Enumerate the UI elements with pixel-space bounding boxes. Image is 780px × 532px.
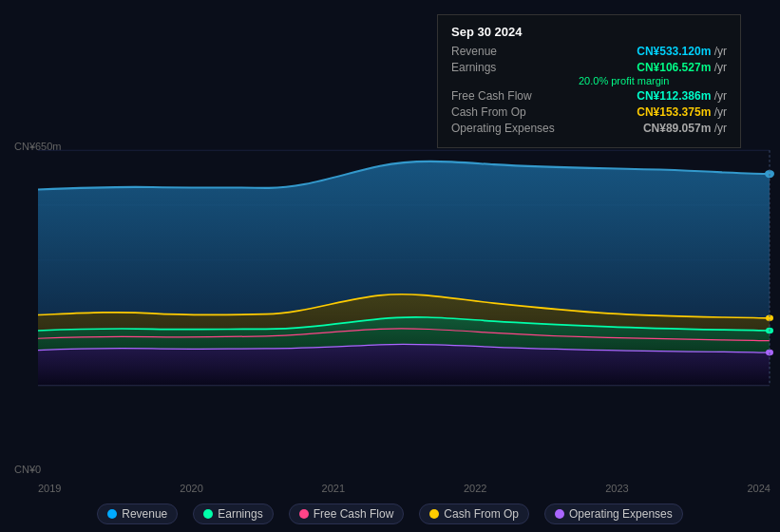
x-label-2020: 2020 bbox=[180, 483, 202, 494]
tooltip-fcf-value: CN¥112.386m /yr bbox=[637, 89, 727, 103]
tooltip-revenue-value: CN¥533.120m /yr bbox=[637, 45, 727, 58]
tooltip-cashop-label: Cash From Op bbox=[451, 105, 575, 119]
tooltip-fcf-label: Free Cash Flow bbox=[451, 89, 575, 103]
x-label-2024: 2024 bbox=[747, 483, 770, 494]
chart-container: Sep 30 2024 Revenue CN¥533.120m /yr Earn… bbox=[0, 0, 780, 532]
x-axis: 2019 2020 2021 2022 2023 2024 bbox=[38, 483, 770, 494]
cashop-dot bbox=[429, 509, 439, 519]
tooltip-cashop-value: CN¥153.375m /yr bbox=[637, 105, 727, 119]
x-label-2019: 2019 bbox=[38, 483, 61, 494]
tooltip-opex-label: Operating Expenses bbox=[451, 122, 575, 135]
tooltip-earnings-row: Earnings CN¥106.527m /yr bbox=[451, 61, 727, 74]
tooltip-earnings-value: CN¥106.527m /yr bbox=[637, 61, 727, 74]
tooltip-cashop-row: Cash From Op CN¥153.375m /yr bbox=[451, 105, 727, 119]
legend: Revenue Earnings Free Cash Flow Cash Fro… bbox=[0, 504, 780, 524]
x-label-2022: 2022 bbox=[464, 483, 486, 494]
tooltip-revenue-label: Revenue bbox=[451, 45, 575, 58]
legend-item-opex[interactable]: Operating Expenses bbox=[544, 504, 683, 524]
tooltip-earnings-label: Earnings bbox=[451, 61, 575, 74]
tooltip-box: Sep 30 2024 Revenue CN¥533.120m /yr Earn… bbox=[437, 14, 741, 148]
legend-fcf-label: Free Cash Flow bbox=[314, 507, 394, 521]
legend-item-cashop[interactable]: Cash From Op bbox=[419, 504, 529, 524]
revenue-dot bbox=[107, 509, 117, 519]
earnings-dot bbox=[203, 509, 213, 519]
tooltip-fcf-row: Free Cash Flow CN¥112.386m /yr bbox=[451, 89, 727, 103]
tooltip-revenue-row: Revenue CN¥533.120m /yr bbox=[451, 45, 727, 58]
tooltip-opex-row: Operating Expenses CN¥89.057m /yr bbox=[451, 122, 727, 135]
tooltip-date: Sep 30 2024 bbox=[451, 25, 727, 39]
legend-cashop-label: Cash From Op bbox=[444, 507, 519, 521]
fcf-dot bbox=[299, 509, 309, 519]
legend-item-revenue[interactable]: Revenue bbox=[97, 504, 178, 524]
x-label-2023: 2023 bbox=[605, 483, 628, 494]
legend-opex-label: Operating Expenses bbox=[569, 507, 673, 521]
legend-earnings-label: Earnings bbox=[218, 507, 262, 521]
legend-revenue-label: Revenue bbox=[122, 507, 167, 521]
opex-dot bbox=[555, 509, 564, 519]
x-label-2021: 2021 bbox=[322, 483, 345, 494]
main-chart bbox=[0, 142, 780, 456]
tooltip-profit-margin: 20.0% profit margin bbox=[579, 75, 727, 86]
y-label-bottom: CN¥0 bbox=[14, 464, 41, 475]
legend-item-earnings[interactable]: Earnings bbox=[193, 504, 273, 524]
tooltip-opex-value: CN¥89.057m /yr bbox=[643, 122, 727, 135]
legend-item-fcf[interactable]: Free Cash Flow bbox=[289, 504, 405, 524]
